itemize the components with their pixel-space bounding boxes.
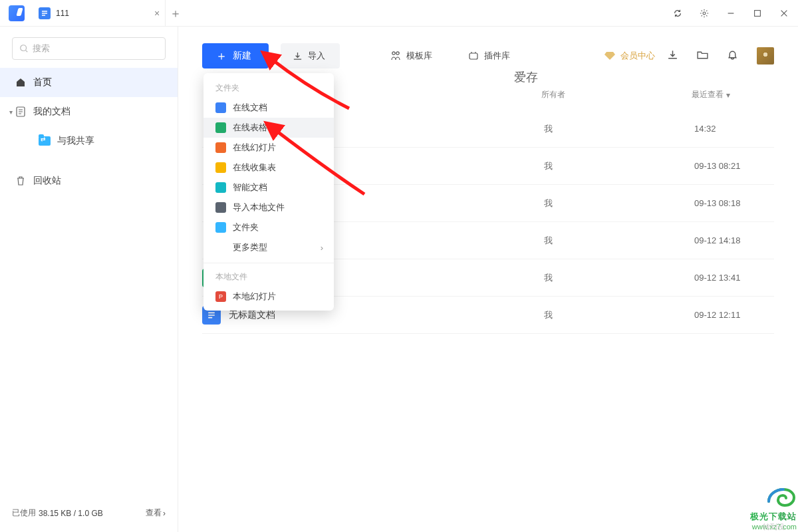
footer-hint: 转到设 — [763, 522, 785, 532]
template-link[interactable]: 模板库 — [390, 50, 432, 62]
plugin-label: 插件库 — [484, 50, 510, 62]
sidebar-trash-label: 回收站 — [33, 175, 61, 187]
dropdown-more-label: 更多类型 — [233, 241, 267, 253]
sidebar-trash[interactable]: 回收站 — [0, 166, 178, 196]
dropdown-separator — [203, 263, 334, 263]
close-tab-icon[interactable]: × — [154, 8, 160, 19]
file-owner: 我 — [544, 160, 694, 172]
chevron-down-icon: ▾ — [9, 108, 13, 116]
dropdown-item[interactable]: 智能文档 — [203, 178, 334, 198]
dropdown-item[interactable]: P本地幻灯片 — [203, 287, 334, 307]
sort-caret-icon: ▾ — [726, 90, 730, 100]
dropdown-section-folder: 文件夹 — [203, 80, 334, 98]
svg-point-5 — [396, 52, 399, 55]
dropdown-item-label: 智能文档 — [233, 182, 267, 194]
file-time: 09-13 08:18 — [694, 198, 774, 208]
search-icon — [19, 44, 29, 53]
sidebar-my-docs-label: 我的文档 — [33, 106, 70, 118]
file-time: 09-12 12:11 — [694, 310, 774, 320]
settings-icon[interactable] — [693, 2, 716, 25]
time-header[interactable]: 最近查看 ▾ — [692, 89, 771, 100]
vip-label: 会员中心 — [620, 50, 655, 62]
sidebar-shared[interactable]: 与我共享 — [0, 126, 178, 156]
file-time: 09-12 13:41 — [694, 273, 774, 283]
tab-title: 111 — [56, 9, 69, 18]
import-button[interactable]: 导入 — [281, 43, 340, 68]
document-icon — [15, 106, 27, 117]
page-title-fragment: 爱存 — [514, 69, 538, 85]
file-time: 09-12 14:18 — [694, 235, 774, 245]
dropdown-item[interactable]: 导入本地文件 — [203, 198, 334, 217]
dropdown-more[interactable]: 更多类型 — [203, 237, 334, 257]
app-logo[interactable] — [0, 0, 33, 27]
avatar[interactable] — [757, 47, 774, 65]
maximize-button[interactable] — [746, 2, 769, 25]
storage-used-label: 已使用 — [12, 507, 36, 519]
dropdown-item-label: 本地幻灯片 — [233, 291, 276, 303]
file-owner: 我 — [544, 123, 694, 135]
dropdown-item-label: 文件夹 — [233, 221, 259, 233]
dropdown-section-local: 本地文件 — [203, 269, 334, 287]
download-icon[interactable] — [667, 49, 678, 63]
file-name: 无标题文档 — [229, 309, 275, 321]
tab-document[interactable]: 111 × — [33, 0, 166, 27]
plugin-link[interactable]: 插件库 — [468, 50, 510, 62]
dropdown-item[interactable]: 在线幻灯片 — [203, 138, 334, 158]
minimize-button[interactable] — [720, 2, 742, 25]
file-type-icon — [215, 162, 226, 173]
vip-link[interactable]: 会员中心 — [604, 50, 655, 62]
dropdown-item[interactable]: 在线表格 — [203, 118, 334, 138]
file-type-icon — [215, 142, 226, 153]
template-icon — [390, 51, 401, 61]
file-time: 14:32 — [694, 124, 774, 134]
storage-view-label: 查看 — [146, 507, 162, 519]
file-type-icon — [215, 182, 226, 193]
search-placeholder: 搜索 — [33, 43, 50, 55]
dropdown-item-label: 在线收集表 — [233, 162, 276, 174]
add-tab-button[interactable]: ＋ — [166, 5, 186, 21]
file-type-icon: P — [215, 291, 226, 302]
dropdown-item-label: 在线表格 — [233, 122, 267, 134]
file-owner: 我 — [544, 272, 694, 284]
sidebar-my-docs[interactable]: ▾ 我的文档 — [0, 97, 178, 126]
template-label: 模板库 — [406, 50, 432, 62]
sync-icon[interactable] — [666, 2, 689, 25]
dropdown-item[interactable]: 在线文档 — [203, 98, 334, 118]
folder-open-icon[interactable] — [697, 49, 708, 63]
plugin-icon — [468, 51, 479, 61]
file-time: 09-13 08:21 — [694, 161, 774, 171]
chevron-right-icon: › — [163, 509, 166, 518]
file-type-icon — [215, 222, 226, 233]
plus-icon: ＋ — [215, 48, 227, 64]
new-button-label: 新建 — [233, 50, 251, 62]
storage-view-link[interactable]: 查看 › — [146, 507, 166, 519]
time-header-label: 最近查看 — [692, 89, 724, 100]
sidebar-home[interactable]: 首页 — [0, 68, 178, 97]
svg-rect-6 — [469, 53, 477, 59]
doc-icon — [39, 7, 51, 19]
search-input[interactable]: 搜索 — [12, 37, 166, 60]
storage-value: 38.15 KB / 1.0 GB — [39, 509, 103, 518]
file-type-icon — [215, 202, 226, 213]
home-icon — [15, 77, 27, 88]
file-owner: 我 — [544, 309, 694, 321]
import-button-label: 导入 — [308, 50, 325, 62]
svg-point-2 — [21, 45, 27, 51]
file-owner: 我 — [544, 198, 694, 209]
svg-rect-1 — [755, 10, 761, 16]
dropdown-item-label: 在线幻灯片 — [233, 142, 276, 154]
svg-point-0 — [703, 12, 706, 15]
diamond-icon — [604, 51, 615, 61]
svg-point-4 — [392, 52, 395, 55]
dropdown-item[interactable]: 在线收集表 — [203, 158, 334, 178]
close-window-button[interactable] — [773, 2, 795, 25]
dropdown-item[interactable]: 文件夹 — [203, 217, 334, 237]
sidebar-shared-label: 与我共享 — [57, 135, 94, 147]
bell-icon[interactable] — [727, 49, 738, 63]
owner-header: 所有者 — [541, 89, 692, 100]
file-type-icon — [215, 122, 226, 133]
file-type-icon — [215, 102, 226, 113]
new-button[interactable]: ＋ 新建 — [202, 43, 269, 68]
import-icon — [293, 51, 303, 61]
sidebar-home-label: 首页 — [33, 76, 52, 88]
